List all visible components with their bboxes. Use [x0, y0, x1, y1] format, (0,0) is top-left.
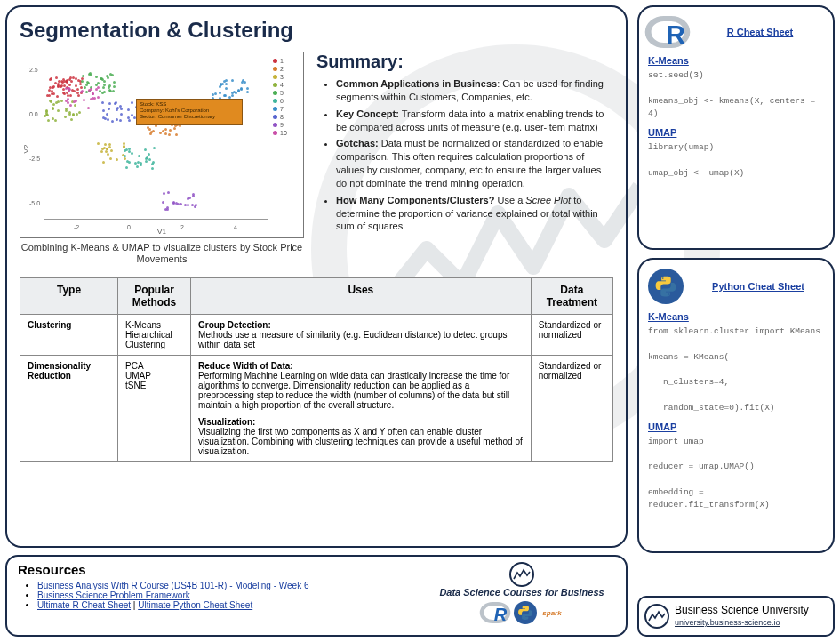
- scatter-figure: V2 V1 2.5 0.0 -2.5 -5.0 -2 0 2 4 Stock: …: [20, 52, 304, 265]
- table-header: Type: [20, 278, 118, 315]
- summary-item: How Many Components/Clusters? Use a Scre…: [336, 194, 613, 234]
- table-header: Uses: [191, 278, 532, 315]
- scatter-legend: 12345678910: [273, 58, 300, 138]
- courses-title: Data Science Courses for Business: [428, 587, 615, 598]
- resources-panel: Resources Business Analysis With R Cours…: [5, 555, 628, 637]
- page-title: Segmentation & Clustering: [20, 18, 613, 43]
- main-panel: Segmentation & Clustering V2 V1 2.5 0.0 …: [5, 5, 628, 548]
- methods-table: TypePopular MethodsUsesData Treatment Cl…: [20, 277, 613, 462]
- business-science-logo-icon: [644, 604, 669, 629]
- university-link[interactable]: university.business-science.io: [675, 618, 780, 627]
- table-row: Dimensionality ReductionPCA UMAP tSNERed…: [20, 356, 613, 462]
- table-header: Data Treatment: [531, 278, 612, 315]
- scatter-tooltip: Stock: KSS Company: Kohl's Corporation S…: [136, 99, 243, 125]
- r-cheat-sheet-link[interactable]: R Cheat Sheet: [696, 27, 824, 37]
- summary-section: Summary: Common Applications in Business…: [316, 52, 613, 265]
- scatter-ylabel: V2: [22, 145, 30, 154]
- code-block: set.seed(3) kmeans_obj <- kmeans(X, cent…: [648, 69, 824, 120]
- cheat-section-heading[interactable]: UMAP: [648, 421, 824, 432]
- cheat-section-heading[interactable]: K-Means: [648, 311, 824, 322]
- spark-logo-icon: spark: [542, 609, 561, 617]
- resource-link[interactable]: Ultimate Python Cheat Sheet: [138, 600, 252, 610]
- scatter-xlabel: V1: [157, 228, 166, 236]
- table-header: Popular Methods: [118, 278, 191, 315]
- scatter-plot: V2 V1 2.5 0.0 -2.5 -5.0 -2 0 2 4 Stock: …: [20, 52, 304, 238]
- resource-link[interactable]: Business Analysis With R Course (DS4B 10…: [37, 581, 308, 590]
- university-panel: Business Science University university.b…: [637, 596, 835, 637]
- python-cheat-sheet-panel: Python Cheat Sheet K-Meansfrom sklearn.c…: [637, 258, 835, 553]
- resource-link[interactable]: Ultimate R Cheat Sheet: [37, 600, 131, 610]
- python-cheat-sheet-link[interactable]: Python Cheat Sheet: [692, 281, 824, 292]
- r-logo-icon: R: [482, 602, 508, 623]
- code-block: library(umap) umap_obj <- umap(X): [648, 141, 824, 180]
- resources-title: Resources: [18, 562, 428, 577]
- resource-item: Business Science Problem Framework: [37, 590, 428, 600]
- resource-item: Ultimate R Cheat Sheet | Ultimate Python…: [37, 600, 428, 610]
- summary-item: Key Concept: Transform data into a matri…: [336, 108, 613, 134]
- cheat-section-heading[interactable]: UMAP: [648, 127, 824, 138]
- python-logo-icon: [648, 269, 684, 304]
- resource-link[interactable]: Business Science Problem Framework: [37, 590, 190, 600]
- cheat-section-heading[interactable]: K-Means: [648, 55, 824, 66]
- r-cheat-sheet-panel: R R Cheat Sheet K-Meansset.seed(3) kmean…: [637, 5, 835, 250]
- scatter-caption: Combining K-Means & UMAP to visualize cl…: [20, 242, 304, 265]
- python-logo-icon: [514, 601, 537, 624]
- business-science-logo-icon: [509, 562, 534, 587]
- r-logo-icon: R: [648, 16, 687, 48]
- code-block: from sklearn.cluster import KMeans kmean…: [648, 325, 824, 414]
- resource-item: Business Analysis With R Course (DS4B 10…: [37, 581, 428, 590]
- code-block: import umap reducer = umap.UMAP() embedd…: [648, 436, 824, 512]
- table-row: ClusteringK-Means Hierarchical Clusterin…: [20, 315, 613, 356]
- summary-item: Gotchas: Data must be normalized or stan…: [336, 137, 613, 189]
- summary-item: Common Applications in Business: Can be …: [336, 77, 613, 104]
- university-name: Business Science University: [675, 605, 809, 616]
- summary-title: Summary:: [316, 52, 613, 72]
